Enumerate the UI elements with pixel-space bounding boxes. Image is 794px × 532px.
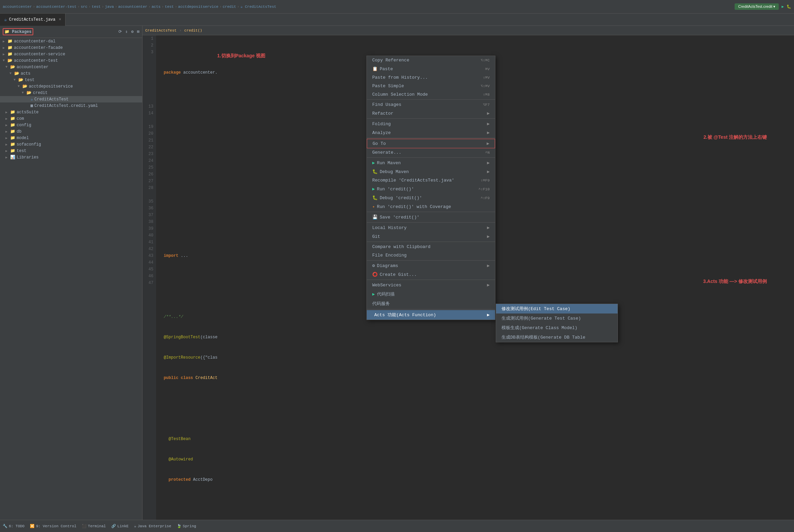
settings-icon[interactable]: ⚙ bbox=[131, 29, 134, 34]
sidebar-item-accountcenter-test[interactable]: ▼ 📂 accountcenter-test bbox=[0, 57, 142, 64]
menu-debug-maven[interactable]: 🐛 Debug Maven ▶ bbox=[367, 167, 495, 176]
sidebar-item-test[interactable]: ▼ 📂 test bbox=[0, 77, 142, 83]
close-tab-icon[interactable]: × bbox=[59, 17, 61, 22]
menu-divider bbox=[367, 138, 495, 138]
breadcrumb-item[interactable]: acts bbox=[152, 5, 160, 9]
submenu-generate-db-table[interactable]: 生成DB表结构模板(Generate DB Table bbox=[496, 332, 618, 342]
menu-item-label: Diagrams bbox=[377, 263, 398, 268]
class-breadcrumb[interactable]: CreditActsTest bbox=[145, 28, 176, 33]
breadcrumb-item[interactable]: ☕ CreditActsTest bbox=[240, 4, 276, 9]
run-icon[interactable]: ▶ bbox=[781, 4, 784, 9]
expand-arrow-icon: ▶ bbox=[5, 130, 9, 134]
menu-debug-credit[interactable]: 🐛 Debug 'credit()' ^⇧F9 bbox=[367, 193, 495, 202]
sidebar-item-acctdepositservice[interactable]: ▼ 📂 acctdepositservice bbox=[0, 83, 142, 90]
menu-analyze[interactable]: Analyze ▶ bbox=[367, 128, 495, 137]
breadcrumb-item[interactable]: java bbox=[105, 5, 114, 9]
menu-find-usages[interactable]: Find Usages ⌥F7 bbox=[367, 100, 495, 109]
menu-acts-function[interactable]: Acts 功能(Acts Function) ▶ bbox=[367, 310, 495, 320]
sidebar-item-config[interactable]: ▶ 📁 config bbox=[0, 122, 142, 128]
todo-icon: 🔧 bbox=[3, 524, 7, 528]
menu-shortcut: ^N bbox=[485, 151, 490, 155]
menu-generate[interactable]: Generate... ^N bbox=[367, 148, 495, 157]
method-breadcrumb[interactable]: credit() bbox=[184, 28, 202, 33]
breadcrumb-item[interactable]: test bbox=[92, 5, 100, 9]
menu-save-credit[interactable]: 💾 Save 'credit()' bbox=[367, 213, 495, 222]
menu-column-selection[interactable]: Column Selection Mode ⇧⌘8 bbox=[367, 90, 495, 99]
breadcrumb-item[interactable]: src bbox=[81, 5, 88, 9]
submenu-generate-test-case[interactable]: 生成测试用例(Generate Test Case) bbox=[496, 314, 618, 323]
spring-icon: 🍃 bbox=[177, 524, 182, 528]
breadcrumb-item[interactable]: accountcenter bbox=[118, 5, 147, 9]
menu-code-service[interactable]: 代码服务 bbox=[367, 299, 495, 308]
menu-paste[interactable]: 📋 Paste ⌘V bbox=[367, 64, 495, 73]
status-linke[interactable]: 🔗 LinkE bbox=[111, 524, 129, 528]
menu-webservices[interactable]: WebServices ▶ bbox=[367, 281, 495, 289]
menu-local-history[interactable]: Local History ▶ bbox=[367, 223, 495, 232]
sidebar-item-test2[interactable]: ▶ 📁 test bbox=[0, 148, 142, 154]
breadcrumb-item[interactable]: test bbox=[165, 5, 174, 9]
menu-compare-clipboard[interactable]: Compare with Clipboard bbox=[367, 243, 495, 251]
breadcrumb-item[interactable]: accountcenter bbox=[3, 5, 32, 9]
sidebar-item-accountcenter-dal[interactable]: ▶ 📁 accountcenter-dal bbox=[0, 38, 142, 44]
menu-run-credit[interactable]: ▶ Run 'credit()' ^⇧F10 bbox=[367, 185, 495, 193]
menu-refactor[interactable]: Refactor ▶ bbox=[367, 109, 495, 118]
submenu-generate-class-model[interactable]: 模板生成(Generate Class Model) bbox=[496, 323, 618, 332]
menu-item-label: Go To bbox=[373, 141, 386, 146]
breadcrumb-item[interactable]: acctdepositservice bbox=[178, 5, 219, 9]
menu-run-coverage[interactable]: ✦ Run 'credit()' with Coverage bbox=[367, 202, 495, 211]
sidebar-item-acts[interactable]: ▼ 📂 acts bbox=[0, 70, 142, 77]
menu-code-scan[interactable]: ▶ 代码扫描 bbox=[367, 289, 495, 299]
sidebar-item-creditactstest[interactable]: ☕ CreditActsTest bbox=[0, 96, 142, 102]
menu-go-to[interactable]: Go To ▶ bbox=[367, 139, 495, 148]
status-spring[interactable]: 🍃 Spring bbox=[177, 524, 196, 528]
sidebar-item-db[interactable]: ▶ 📁 db bbox=[0, 128, 142, 135]
sidebar-item-sofaconfig[interactable]: ▶ 📁 sofaconfig bbox=[0, 141, 142, 148]
sidebar-item-libraries[interactable]: ▶ 📊 Libraries bbox=[0, 154, 142, 160]
sidebar-item-yaml[interactable]: ▦ CreditActsTest.credit.yaml bbox=[0, 102, 142, 109]
collapse-icon[interactable]: ⇕ bbox=[125, 29, 128, 34]
menu-shortcut: ^⇧F10 bbox=[478, 187, 490, 191]
sidebar-item-credit[interactable]: ▼ 📂 credit bbox=[0, 90, 142, 96]
status-java-enterprise[interactable]: ☕ Java Enterprise bbox=[134, 524, 171, 528]
run-credit-icon: ▶ bbox=[372, 186, 375, 192]
folder-icon: 📂 bbox=[18, 77, 23, 82]
sync-icon[interactable]: ⟳ bbox=[118, 29, 122, 34]
menu-copy-reference[interactable]: Copy Reference ⌥⇧⌘C bbox=[367, 56, 495, 64]
menu-paste-history[interactable]: Paste from History... ⇧⌘V bbox=[367, 73, 495, 82]
menu-recompile[interactable]: Recompile 'CreditActsTest.java' ⇧⌘F9 bbox=[367, 176, 495, 185]
menu-git[interactable]: Git ▶ bbox=[367, 232, 495, 241]
tab-label: CreditActsTest.java bbox=[9, 17, 55, 22]
tab-creditactstest[interactable]: ☕ CreditActsTest.java × bbox=[0, 14, 65, 26]
menu-item-label: Debug Maven bbox=[380, 169, 409, 174]
status-version-control[interactable]: 🔀 9: Version Control bbox=[30, 524, 76, 528]
run-config-button[interactable]: CreditActsTest.credit ▾ bbox=[735, 3, 779, 10]
menu-file-encoding[interactable]: File Encoding bbox=[367, 251, 495, 260]
menu-folding[interactable]: Folding ▶ bbox=[367, 119, 495, 128]
sidebar-item-accountcenter-facade[interactable]: ▶ 📁 accountcenter-facade bbox=[0, 44, 142, 51]
sidebar-item-com[interactable]: ▶ 📁 com bbox=[0, 115, 142, 122]
sidebar-item-model[interactable]: ▶ 📁 model bbox=[0, 135, 142, 141]
sidebar-item-actssuite[interactable]: ▶ 📁 actsSuite bbox=[0, 109, 142, 115]
sidebar-item-accountcenter-service[interactable]: ▶ 📁 accountcenter-service bbox=[0, 51, 142, 57]
tree-label: accountcenter-test bbox=[14, 58, 58, 63]
status-todo[interactable]: 🔧 6: TODO bbox=[3, 524, 24, 528]
menu-run-maven[interactable]: ▶ Run Maven ▶ bbox=[367, 158, 495, 167]
code-line: @SpringBootTest(classe bbox=[159, 334, 791, 341]
menu-create-gist[interactable]: ⭕ Create Gist... bbox=[367, 270, 495, 279]
sidebar-item-accountcenter[interactable]: ▼ 📂 accountcenter bbox=[0, 64, 142, 70]
menu-diagrams[interactable]: ⚙ Diagrams ▶ bbox=[367, 261, 495, 270]
menu-divider bbox=[367, 157, 495, 158]
folder-icon: 📁 bbox=[10, 110, 15, 115]
menu-paste-simple[interactable]: Paste Simple ⌥⇧⌘V bbox=[367, 82, 495, 90]
breadcrumb-item[interactable]: accountcenter-test bbox=[36, 5, 76, 9]
expand-icon[interactable]: ⊞ bbox=[137, 29, 139, 34]
menu-divider bbox=[367, 280, 495, 280]
debug-icon[interactable]: 🐛 bbox=[787, 4, 791, 9]
menu-item-label: Folding bbox=[372, 121, 391, 127]
vc-icon: 🔀 bbox=[30, 524, 35, 528]
menu-item-label: Copy Reference bbox=[372, 58, 409, 63]
breadcrumb-item[interactable]: credit bbox=[223, 5, 236, 9]
submenu-edit-test-case[interactable]: 修改测试用例(Edit Test Case) bbox=[496, 304, 618, 314]
status-terminal[interactable]: ⬛ Terminal bbox=[82, 524, 106, 528]
menu-item-label: Paste from History... bbox=[372, 75, 428, 80]
